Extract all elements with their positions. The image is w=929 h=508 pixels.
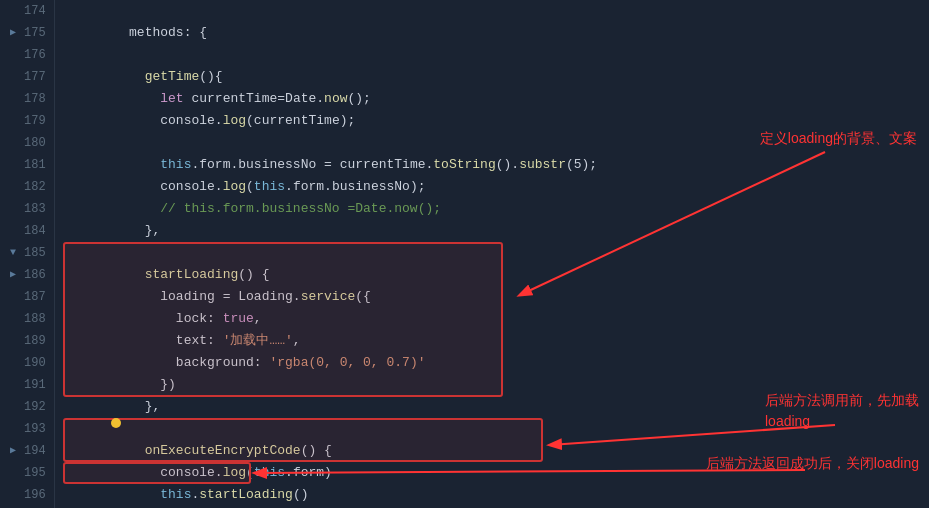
- ln-175: ▶175: [8, 22, 46, 44]
- ln-191: 191: [8, 374, 46, 396]
- code-line-185: startLoading() {: [55, 242, 929, 264]
- fold-189: [8, 336, 18, 346]
- ln-182: 182: [8, 176, 46, 198]
- ln-194: ▶194: [8, 440, 46, 462]
- code-line-179: [55, 110, 929, 132]
- code-line-181: console.log(this.form.businessNo);: [55, 154, 929, 176]
- ln-192: 192: [8, 396, 46, 418]
- fold-180: [8, 138, 18, 148]
- ln-179: 179: [8, 110, 46, 132]
- ln-186: ▶186: [8, 264, 46, 286]
- code-line-176: getTime(){: [55, 44, 929, 66]
- ln-189: 189: [8, 330, 46, 352]
- code-line-194: console.log(this.form): [55, 440, 929, 462]
- code-line-196: executeEncryptCode(this.form).then(respo…: [55, 484, 929, 506]
- ln-183: 183: [8, 198, 46, 220]
- code-line-178: console.log(currentTime);: [55, 88, 929, 110]
- code-line-184: [55, 220, 929, 242]
- code-line-189: background: 'rgba(0, 0, 0, 0.7)': [55, 330, 929, 352]
- fold-178: [8, 94, 18, 104]
- fold-184: [8, 226, 18, 236]
- code-line-192: [55, 396, 929, 418]
- fold-175[interactable]: ▶: [8, 28, 18, 38]
- fold-181: [8, 160, 18, 170]
- ln-174: 174: [8, 0, 46, 22]
- code-line-195: this.startLoading(): [55, 462, 929, 484]
- ln-177: 177: [8, 66, 46, 88]
- ln-196: 196: [8, 484, 46, 506]
- fold-187: [8, 292, 18, 302]
- code-editor: 174 ▶175 176 177 178 179 180 181 182 183…: [0, 0, 929, 508]
- fold-196: [8, 490, 18, 500]
- ln-190: 190: [8, 352, 46, 374]
- code-line-193: onExecuteEncryptCode() {: [55, 418, 929, 440]
- fold-185[interactable]: ▼: [8, 248, 18, 258]
- code-line-190: }): [55, 352, 929, 374]
- ln-188: 188: [8, 308, 46, 330]
- ln-180: 180: [8, 132, 46, 154]
- fold-179: [8, 116, 18, 126]
- fold-182: [8, 182, 18, 192]
- fold-183: [8, 204, 18, 214]
- fold-192: [8, 402, 18, 412]
- ln-187: 187: [8, 286, 46, 308]
- code-line-182: // this.form.businessNo =Date.now();: [55, 176, 929, 198]
- fold-194[interactable]: ▶: [8, 446, 18, 456]
- fold-191: [8, 380, 18, 390]
- fold-195: [8, 468, 18, 478]
- fold-176: [8, 50, 18, 60]
- code-content-area: methods: { getTime(){ let currentTime=Da…: [55, 0, 929, 508]
- code-line-177: let currentTime=Date.now();: [55, 66, 929, 88]
- fold-190: [8, 358, 18, 368]
- ln-176: 176: [8, 44, 46, 66]
- fold-174: [8, 6, 18, 16]
- code-line-191: },: [55, 374, 929, 396]
- fold-188: [8, 314, 18, 324]
- fold-177: [8, 72, 18, 82]
- ln-185: ▼185: [8, 242, 46, 264]
- code-line-174: methods: {: [55, 0, 929, 22]
- code-line-187: lock: true,: [55, 286, 929, 308]
- code-line-186: loading = Loading.service({: [55, 264, 929, 286]
- code-line-180: this.form.businessNo = currentTime.toStr…: [55, 132, 929, 154]
- ln-193: 193: [8, 418, 46, 440]
- code-line-175: [55, 22, 929, 44]
- line-numbers: 174 ▶175 176 177 178 179 180 181 182 183…: [0, 0, 55, 508]
- ln-181: 181: [8, 154, 46, 176]
- ln-178: 178: [8, 88, 46, 110]
- code-line-188: text: '加载中……',: [55, 308, 929, 330]
- fold-186[interactable]: ▶: [8, 270, 18, 280]
- fold-193: [8, 424, 18, 434]
- ln-184: 184: [8, 220, 46, 242]
- code-line-183: },: [55, 198, 929, 220]
- ln-195: 195: [8, 462, 46, 484]
